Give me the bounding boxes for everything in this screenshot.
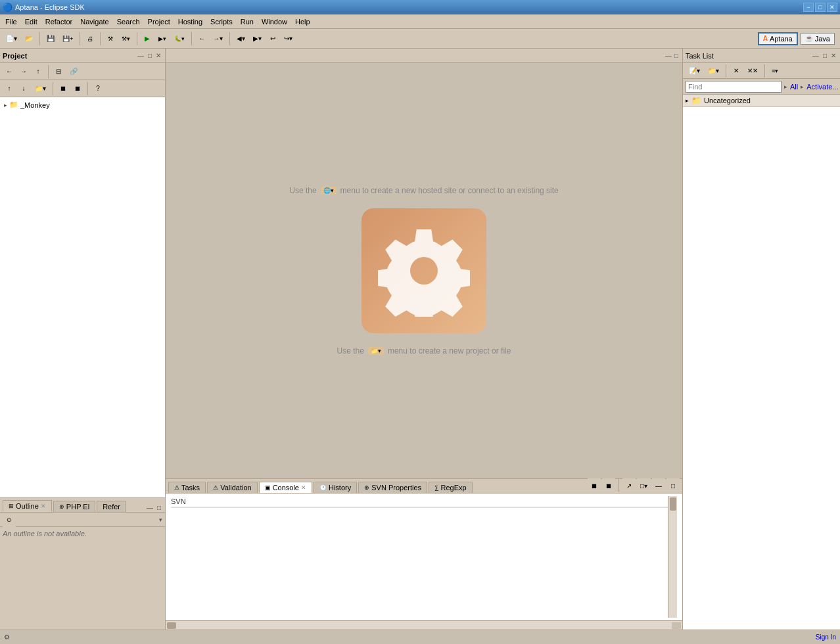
hosting-dropdown-button[interactable]: 🌐▾ bbox=[321, 187, 337, 195]
project-maximize-button[interactable]: □ bbox=[147, 51, 153, 60]
outline-tab-close[interactable]: ✕ bbox=[41, 503, 46, 509]
project-tree: ▸ 📁 _Monkey bbox=[0, 97, 165, 497]
back-button[interactable]: ← bbox=[195, 32, 208, 46]
console-vertical-scrollbar[interactable] bbox=[668, 496, 677, 618]
forward-button[interactable]: →▾ bbox=[210, 32, 226, 46]
save-all-button[interactable]: 💾+ bbox=[59, 32, 76, 46]
nav-forward-button[interactable]: ▶▾ bbox=[250, 32, 265, 46]
project-collapse-button[interactable]: ⊟ bbox=[52, 64, 65, 79]
menu-edit[interactable]: Edit bbox=[21, 16, 41, 27]
outline-maximize-button[interactable]: □ bbox=[156, 503, 162, 512]
project-stop1-button[interactable]: ⏹ bbox=[57, 81, 70, 96]
menu-bar: File Edit Refactor Navigate Search Proje… bbox=[0, 14, 840, 29]
close-button[interactable]: ✕ bbox=[827, 3, 837, 12]
aptana-label: Aptana bbox=[770, 35, 793, 43]
center-maximize-button[interactable]: □ bbox=[673, 51, 680, 60]
save-button[interactable]: 💾 bbox=[43, 32, 58, 46]
menu-file[interactable]: File bbox=[1, 16, 21, 27]
tab-svn-properties[interactable]: ⊕ SVN Properties bbox=[358, 482, 427, 493]
php-tab-label: PHP El bbox=[66, 503, 89, 511]
task-list-close-button[interactable]: ✕ bbox=[829, 51, 837, 60]
project-help-button[interactable]: ? bbox=[91, 81, 105, 96]
project-down-button[interactable]: ↓ bbox=[17, 81, 30, 96]
print-button[interactable]: 🖨 bbox=[83, 32, 97, 46]
menu-run[interactable]: Run bbox=[237, 16, 258, 27]
status-bar: ⚙ Sign In bbox=[0, 630, 840, 644]
bottom-stop-button[interactable]: ⏹ bbox=[588, 478, 601, 493]
center-minimize-button[interactable]: — bbox=[664, 51, 673, 60]
tab-console[interactable]: ▣ Console ✕ bbox=[259, 482, 312, 493]
project-new-button[interactable]: ↑ bbox=[3, 81, 16, 96]
console-horizontal-scrollbar[interactable] bbox=[166, 620, 682, 630]
menu-scripts[interactable]: Scripts bbox=[206, 16, 237, 27]
task-section-uncategorized[interactable]: ▸ 📁 Uncategorized bbox=[683, 95, 840, 107]
menu-search[interactable]: Search bbox=[113, 16, 144, 27]
tab-outline[interactable]: ⊞ Outline ✕ bbox=[3, 500, 52, 512]
find-input[interactable] bbox=[686, 81, 782, 93]
menu-hosting[interactable]: Hosting bbox=[174, 16, 206, 27]
console-tab-close[interactable]: ✕ bbox=[301, 484, 306, 491]
bottom-maximize-button[interactable]: □ bbox=[666, 478, 680, 493]
tab-tasks[interactable]: ⚠ Tasks bbox=[168, 482, 206, 493]
project-minimize-button[interactable]: — bbox=[136, 51, 145, 60]
build-button[interactable]: ⚒ bbox=[104, 32, 117, 46]
delete-task-button[interactable]: ✕ bbox=[730, 64, 743, 78]
bottom-view-dropdown[interactable]: □▾ bbox=[637, 478, 651, 493]
tree-item-monkey[interactable]: ▸ 📁 _Monkey bbox=[3, 100, 162, 110]
console-input-area[interactable] bbox=[171, 507, 668, 508]
task-list-maximize-button[interactable]: □ bbox=[822, 51, 828, 60]
menu-help[interactable]: Help bbox=[291, 16, 314, 27]
project-up-button[interactable]: ↑ bbox=[32, 64, 45, 79]
project-stop2-button[interactable]: ⏹ bbox=[71, 81, 84, 96]
project-forward-button[interactable]: → bbox=[17, 64, 30, 79]
minimize-button[interactable]: − bbox=[803, 3, 814, 12]
task-settings-button[interactable]: ≡▾ bbox=[768, 64, 782, 78]
menu-navigate[interactable]: Navigate bbox=[76, 16, 112, 27]
debug-button[interactable]: 🐛▾ bbox=[171, 32, 188, 46]
project-close-button[interactable]: ✕ bbox=[154, 51, 162, 60]
task-list-minimize-button[interactable]: — bbox=[811, 51, 820, 60]
outline-sync-button[interactable]: ⊙ bbox=[3, 513, 16, 527]
remove-all-tasks-button[interactable]: ✕✕ bbox=[744, 64, 761, 78]
new-dropdown-button[interactable]: 📄▾ bbox=[3, 32, 20, 46]
task-folder-button[interactable]: 📁▾ bbox=[705, 64, 722, 78]
java-perspective-button[interactable]: ☕ Java bbox=[801, 33, 835, 45]
tab-validation[interactable]: ⚠ Validation bbox=[207, 482, 258, 493]
outline-dropdown-button[interactable]: ▾ bbox=[159, 517, 162, 523]
new-task-button[interactable]: 📝▾ bbox=[686, 64, 703, 78]
nav-back-button[interactable]: ◀▾ bbox=[233, 32, 248, 46]
console-scrollbar-thumb[interactable] bbox=[670, 497, 676, 511]
restore-button[interactable]: □ bbox=[815, 3, 826, 12]
tab-history[interactable]: 🕐 History bbox=[314, 482, 357, 493]
activate-link[interactable]: Activate... bbox=[806, 83, 838, 91]
build-dropdown-button[interactable]: ⚒▾ bbox=[118, 32, 133, 46]
task-list-title: Task List bbox=[686, 52, 714, 60]
aptana-perspective-button[interactable]: A Aptana bbox=[758, 32, 798, 45]
project-dropdown-button[interactable]: 📁▾ bbox=[368, 347, 384, 355]
sign-in-link[interactable]: Sign In bbox=[816, 633, 836, 641]
svn-tab-icon: ⊕ bbox=[364, 484, 369, 491]
bottom-export-button[interactable]: ↗ bbox=[622, 478, 636, 493]
open-button[interactable]: 📂 bbox=[22, 32, 36, 46]
prev-edit-button[interactable]: ↩ bbox=[266, 32, 279, 46]
project-back-button[interactable]: ← bbox=[3, 64, 16, 79]
bottom-minimize-button[interactable]: — bbox=[652, 478, 665, 493]
tab-regexp[interactable]: ∑ RegExp bbox=[429, 482, 473, 493]
menu-refactor[interactable]: Refactor bbox=[41, 16, 77, 27]
tab-refer[interactable]: Refer bbox=[97, 501, 126, 512]
bottom-stop2-button[interactable]: ⏹ bbox=[602, 478, 615, 493]
run-button[interactable]: ▶ bbox=[141, 32, 154, 46]
validation-tab-label: Validation bbox=[220, 484, 252, 492]
proj-sep-3 bbox=[87, 82, 88, 95]
outline-minimize-button[interactable]: — bbox=[145, 503, 154, 512]
project-link-button[interactable]: 🔗 bbox=[66, 64, 81, 79]
menu-project[interactable]: Project bbox=[144, 16, 174, 27]
menu-window[interactable]: Window bbox=[258, 16, 291, 27]
next-edit-button[interactable]: ↪▾ bbox=[281, 32, 296, 46]
project-folder-button[interactable]: 📁▾ bbox=[32, 81, 49, 96]
find-all-link[interactable]: All bbox=[790, 83, 798, 91]
task-section-label: Uncategorized bbox=[704, 97, 751, 104]
tab-php-explorer[interactable]: ⊕ PHP El bbox=[53, 501, 95, 512]
run-dropdown-button[interactable]: ▶▾ bbox=[155, 32, 170, 46]
console-scrollbar-h-thumb[interactable] bbox=[167, 622, 176, 629]
